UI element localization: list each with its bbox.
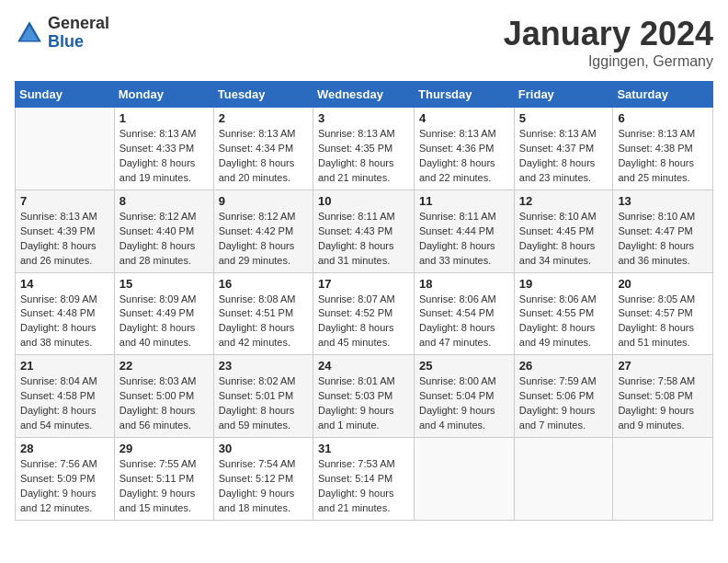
calendar-cell: 8Sunrise: 8:12 AM Sunset: 4:40 PM Daylig… — [114, 190, 213, 272]
day-number: 30 — [219, 442, 308, 455]
day-number: 25 — [419, 359, 509, 373]
day-number: 4 — [419, 111, 509, 125]
day-number: 9 — [219, 194, 308, 208]
day-number: 12 — [519, 194, 609, 208]
calendar-cell — [613, 438, 713, 521]
day-number: 24 — [318, 359, 409, 373]
day-number: 22 — [119, 359, 209, 373]
calendar-cell: 9Sunrise: 8:12 AM Sunset: 4:42 PM Daylig… — [213, 190, 313, 272]
calendar-day-header: Saturday — [613, 82, 713, 108]
day-info: Sunrise: 8:13 AM Sunset: 4:39 PM Dayligh… — [20, 210, 109, 269]
day-number: 18 — [419, 277, 509, 291]
calendar-cell: 7Sunrise: 8:13 AM Sunset: 4:39 PM Daylig… — [16, 190, 115, 272]
day-number: 5 — [519, 111, 609, 125]
day-info: Sunrise: 8:06 AM Sunset: 4:54 PM Dayligh… — [419, 293, 509, 351]
calendar-cell: 1Sunrise: 8:13 AM Sunset: 4:33 PM Daylig… — [114, 108, 213, 190]
day-info: Sunrise: 8:13 AM Sunset: 4:37 PM Dayligh… — [519, 127, 609, 186]
day-number: 2 — [219, 111, 308, 125]
day-number: 6 — [618, 111, 708, 125]
day-info: Sunrise: 8:13 AM Sunset: 4:35 PM Dayligh… — [318, 127, 409, 186]
logo: General Blue — [15, 15, 109, 52]
calendar-day-header: Sunday — [16, 82, 115, 108]
logo-blue: Blue — [48, 33, 109, 52]
day-info: Sunrise: 8:02 AM Sunset: 5:01 PM Dayligh… — [219, 374, 308, 433]
calendar-cell: 29Sunrise: 7:55 AM Sunset: 5:11 PM Dayli… — [114, 438, 213, 521]
calendar-cell: 4Sunrise: 8:13 AM Sunset: 4:36 PM Daylig… — [415, 108, 515, 190]
calendar-week-row: 28Sunrise: 7:56 AM Sunset: 5:09 PM Dayli… — [16, 438, 713, 521]
logo-icon — [15, 18, 44, 48]
day-info: Sunrise: 8:01 AM Sunset: 5:03 PM Dayligh… — [318, 374, 409, 433]
day-number: 19 — [519, 277, 609, 291]
calendar-week-row: 1Sunrise: 8:13 AM Sunset: 4:33 PM Daylig… — [16, 108, 713, 190]
day-number: 3 — [318, 111, 409, 125]
calendar-cell: 17Sunrise: 8:07 AM Sunset: 4:52 PM Dayli… — [313, 272, 414, 355]
day-number: 17 — [318, 277, 409, 291]
calendar-day-header: Thursday — [415, 82, 515, 108]
day-number: 23 — [219, 359, 308, 373]
logo-general: General — [48, 15, 109, 33]
day-number: 15 — [119, 277, 209, 291]
day-info: Sunrise: 8:06 AM Sunset: 4:55 PM Dayligh… — [519, 293, 609, 351]
calendar-cell — [16, 108, 115, 190]
calendar-cell: 31Sunrise: 7:53 AM Sunset: 5:14 PM Dayli… — [313, 438, 414, 521]
day-info: Sunrise: 8:13 AM Sunset: 4:38 PM Dayligh… — [618, 127, 708, 186]
day-number: 13 — [618, 194, 708, 208]
day-number: 1 — [119, 111, 209, 125]
day-info: Sunrise: 8:09 AM Sunset: 4:49 PM Dayligh… — [119, 293, 209, 351]
day-info: Sunrise: 8:04 AM Sunset: 4:58 PM Dayligh… — [20, 374, 109, 433]
day-number: 8 — [119, 194, 209, 208]
calendar-cell: 14Sunrise: 8:09 AM Sunset: 4:48 PM Dayli… — [16, 272, 115, 355]
day-info: Sunrise: 8:10 AM Sunset: 4:45 PM Dayligh… — [519, 210, 609, 269]
calendar-cell: 26Sunrise: 7:59 AM Sunset: 5:06 PM Dayli… — [514, 355, 613, 438]
day-number: 20 — [618, 277, 708, 291]
calendar-cell: 6Sunrise: 8:13 AM Sunset: 4:38 PM Daylig… — [613, 108, 713, 190]
month-title: January 2024 — [504, 15, 713, 53]
calendar-cell: 18Sunrise: 8:06 AM Sunset: 4:54 PM Dayli… — [415, 272, 515, 355]
day-info: Sunrise: 7:53 AM Sunset: 5:14 PM Dayligh… — [318, 457, 409, 516]
day-info: Sunrise: 7:56 AM Sunset: 5:09 PM Dayligh… — [20, 457, 109, 516]
day-info: Sunrise: 8:09 AM Sunset: 4:48 PM Dayligh… — [20, 293, 109, 351]
calendar-day-header: Monday — [114, 82, 213, 108]
day-number: 29 — [119, 442, 209, 455]
day-number: 31 — [318, 442, 409, 455]
calendar-cell: 25Sunrise: 8:00 AM Sunset: 5:04 PM Dayli… — [415, 355, 515, 438]
calendar-week-row: 21Sunrise: 8:04 AM Sunset: 4:58 PM Dayli… — [16, 355, 713, 438]
day-number: 21 — [20, 359, 109, 373]
day-info: Sunrise: 7:59 AM Sunset: 5:06 PM Dayligh… — [519, 374, 609, 433]
calendar-cell: 28Sunrise: 7:56 AM Sunset: 5:09 PM Dayli… — [16, 438, 115, 521]
calendar-cell: 12Sunrise: 8:10 AM Sunset: 4:45 PM Dayli… — [514, 190, 613, 272]
calendar-cell: 3Sunrise: 8:13 AM Sunset: 4:35 PM Daylig… — [313, 108, 414, 190]
calendar-day-header: Friday — [514, 82, 613, 108]
day-number: 28 — [20, 442, 109, 455]
day-number: 11 — [419, 194, 509, 208]
calendar-header-row: SundayMondayTuesdayWednesdayThursdayFrid… — [16, 82, 713, 108]
day-info: Sunrise: 8:13 AM Sunset: 4:34 PM Dayligh… — [219, 127, 308, 186]
day-number: 16 — [219, 277, 308, 291]
calendar-day-header: Wednesday — [313, 82, 414, 108]
logo-text: General Blue — [48, 15, 109, 52]
day-info: Sunrise: 8:13 AM Sunset: 4:33 PM Dayligh… — [119, 127, 209, 186]
page-header: General Blue January 2024 Iggingen, Germ… — [15, 15, 713, 70]
calendar-cell: 24Sunrise: 8:01 AM Sunset: 5:03 PM Dayli… — [313, 355, 414, 438]
day-info: Sunrise: 8:10 AM Sunset: 4:47 PM Dayligh… — [618, 210, 708, 269]
day-info: Sunrise: 8:13 AM Sunset: 4:36 PM Dayligh… — [419, 127, 509, 186]
calendar-cell: 13Sunrise: 8:10 AM Sunset: 4:47 PM Dayli… — [613, 190, 713, 272]
day-info: Sunrise: 8:07 AM Sunset: 4:52 PM Dayligh… — [318, 293, 409, 351]
calendar-week-row: 7Sunrise: 8:13 AM Sunset: 4:39 PM Daylig… — [16, 190, 713, 272]
calendar-cell: 2Sunrise: 8:13 AM Sunset: 4:34 PM Daylig… — [213, 108, 313, 190]
calendar-cell: 11Sunrise: 8:11 AM Sunset: 4:44 PM Dayli… — [415, 190, 515, 272]
calendar-cell — [415, 438, 515, 521]
day-info: Sunrise: 8:11 AM Sunset: 4:43 PM Dayligh… — [318, 210, 409, 269]
calendar-cell: 10Sunrise: 8:11 AM Sunset: 4:43 PM Dayli… — [313, 190, 414, 272]
calendar-day-header: Tuesday — [213, 82, 313, 108]
calendar-cell: 27Sunrise: 7:58 AM Sunset: 5:08 PM Dayli… — [613, 355, 713, 438]
calendar-cell: 21Sunrise: 8:04 AM Sunset: 4:58 PM Dayli… — [16, 355, 115, 438]
calendar-table: SundayMondayTuesdayWednesdayThursdayFrid… — [15, 81, 713, 521]
day-number: 14 — [20, 277, 109, 291]
day-number: 26 — [519, 359, 609, 373]
day-info: Sunrise: 8:12 AM Sunset: 4:40 PM Dayligh… — [119, 210, 209, 269]
day-info: Sunrise: 7:58 AM Sunset: 5:08 PM Dayligh… — [618, 374, 708, 433]
day-info: Sunrise: 8:11 AM Sunset: 4:44 PM Dayligh… — [419, 210, 509, 269]
day-info: Sunrise: 8:12 AM Sunset: 4:42 PM Dayligh… — [219, 210, 308, 269]
day-info: Sunrise: 7:55 AM Sunset: 5:11 PM Dayligh… — [119, 457, 209, 516]
